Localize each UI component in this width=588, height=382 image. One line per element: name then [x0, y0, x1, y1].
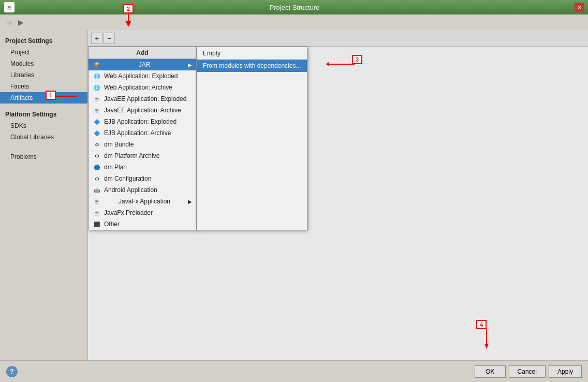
jar-submenu: Empty From modules with dependencies... — [196, 47, 307, 230]
dropdown-item-jar[interactable]: 📦 JAR ▶ — [89, 59, 196, 70]
dropdown-item-javafx-preloader[interactable]: ☕ JavaFx Preloader — [89, 207, 196, 218]
ejb-archive-icon: 🔷 — [93, 129, 101, 137]
javaee-exploded-icon: ☕ — [93, 95, 101, 103]
dropdown-item-dm-platform-archive[interactable]: ⚙ dm Platform Archive — [89, 150, 196, 161]
title-bar: ☕ Project Structure ✕ — [0, 0, 588, 14]
submenu-item-empty[interactable]: Empty — [197, 47, 307, 60]
dropdown-item-other[interactable]: ⬛ Other — [89, 218, 196, 230]
javaee-archive-icon: ☕ — [93, 106, 101, 114]
dropdown-item-android-application[interactable]: 🤖 Android Application — [89, 184, 196, 196]
app-icon: ☕ — [4, 2, 14, 12]
nav-bar: ◀ ▶ — [0, 14, 588, 30]
project-settings-label: Project Settings — [0, 34, 87, 47]
dm-bundle-icon: ⚙ — [93, 140, 101, 149]
submenu-item-from-modules[interactable]: From modules with dependencies... — [197, 60, 307, 72]
sidebar-item-project[interactable]: Project — [0, 47, 87, 58]
sidebar-item-libraries[interactable]: Libraries — [0, 69, 87, 81]
dropdown-item-javaee-archive[interactable]: ☕ JavaEE Application: Archive — [89, 105, 196, 116]
main-container: ◀ ▶ Project Settings Project Modules Lib… — [0, 14, 588, 382]
submenu-arrow-javafx: ▶ — [188, 199, 192, 204]
window-controls: ✕ — [575, 3, 584, 12]
ejb-exploded-icon: 🔷 — [93, 117, 101, 126]
cancel-button[interactable]: Cancel — [509, 365, 546, 378]
javafx-preloader-icon: ☕ — [93, 209, 101, 217]
close-button[interactable]: ✕ — [575, 3, 584, 12]
submenu-arrow: ▶ — [188, 62, 192, 68]
dm-config-icon: ⚙ — [93, 174, 101, 183]
window-title: Project Structure — [14, 4, 575, 11]
dropdown-item-web-app-archive[interactable]: 🌐 Web Application: Archive — [89, 82, 196, 93]
sidebar-item-global-libraries[interactable]: Global Libraries — [0, 131, 87, 143]
sidebar-item-modules[interactable]: Modules — [0, 58, 87, 69]
dropdown-item-javafx-application[interactable]: ☕ JavaFx Application ▶ — [89, 196, 196, 207]
add-artifact-button[interactable]: + — [91, 33, 102, 44]
jar-icon: 📦 — [93, 61, 101, 69]
sidebar-item-sdks[interactable]: SDKs — [0, 120, 87, 131]
remove-artifact-button[interactable]: − — [104, 33, 115, 44]
apply-button[interactable]: Apply — [549, 365, 582, 378]
artifact-toolbar: + − Add 📦 JAR ▶ 🌐 Web Application: Exp — [88, 30, 588, 47]
dropdown-item-dm-configuration[interactable]: ⚙ dm Configuration — [89, 173, 196, 184]
other-icon: ⬛ — [93, 220, 101, 228]
javafx-icon: ☕ — [93, 197, 101, 205]
dropdown-item-ejb-archive[interactable]: 🔷 EJB Application: Archive — [89, 127, 196, 139]
platform-settings-label: Platform Settings — [0, 108, 87, 120]
dropdown-container: Add 📦 JAR ▶ 🌐 Web Application: Exploded … — [88, 47, 307, 230]
dropdown-item-javaee-exploded[interactable]: ☕ JavaEE Application: Exploded — [89, 93, 196, 105]
content-area: Project Settings Project Modules Librari… — [0, 30, 588, 360]
dropdown-item-dm-bundle[interactable]: ⚙ dm Bundle — [89, 139, 196, 150]
bottom-bar: ? OK Cancel Apply — [0, 360, 588, 382]
web-exploded-icon: 🌐 — [93, 72, 101, 80]
sidebar-item-problems[interactable]: Problems — [0, 151, 87, 163]
forward-button[interactable]: ▶ — [16, 17, 26, 27]
back-button[interactable]: ◀ — [4, 17, 14, 27]
dropdown-item-ejb-exploded[interactable]: 🔷 EJB Application: Exploded — [89, 116, 196, 127]
web-archive-icon: 🌐 — [93, 83, 101, 92]
sidebar: Project Settings Project Modules Librari… — [0, 30, 88, 360]
sidebar-item-facets[interactable]: Facets — [0, 81, 87, 92]
android-icon: 🤖 — [93, 186, 101, 194]
sidebar-item-artifacts[interactable]: Artifacts — [0, 92, 87, 104]
dropdown-header: Add — [89, 47, 196, 59]
right-panel: + − Add 📦 JAR ▶ 🌐 Web Application: Exp — [88, 30, 588, 360]
help-button[interactable]: ? — [6, 366, 18, 377]
dropdown-item-dm-plan[interactable]: 🔵 dm Plan — [89, 161, 196, 173]
dropdown-item-web-app-exploded[interactable]: 🌐 Web Application: Exploded — [89, 70, 196, 82]
dm-platform-icon: ⚙ — [93, 152, 101, 160]
ok-button[interactable]: OK — [475, 365, 506, 378]
dm-plan-icon: 🔵 — [93, 163, 101, 171]
add-dropdown: Add 📦 JAR ▶ 🌐 Web Application: Exploded … — [88, 47, 197, 230]
